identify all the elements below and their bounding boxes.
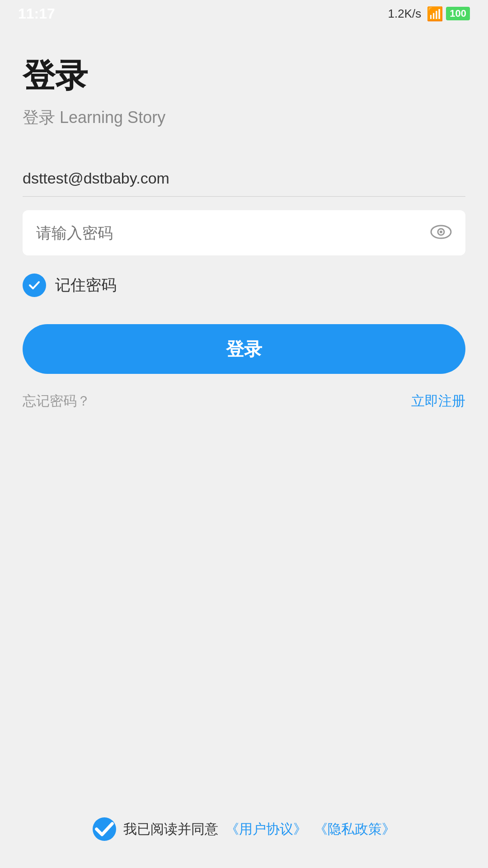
status-bar: 11:17 1.2K/s 📶 100 bbox=[0, 0, 488, 27]
main-content: 登录 登录 Learning Story 记住密码 登录 bbox=[0, 27, 488, 410]
password-toggle-button[interactable] bbox=[430, 224, 452, 242]
forgot-password-link[interactable]: 忘记密码？ bbox=[23, 392, 90, 410]
svg-point-2 bbox=[440, 231, 442, 233]
login-button-text: 登录 bbox=[226, 337, 262, 362]
status-right: 1.2K/s 📶 100 bbox=[388, 6, 470, 22]
email-field[interactable] bbox=[23, 165, 465, 192]
login-button[interactable]: 登录 bbox=[23, 324, 465, 374]
eye-icon bbox=[430, 224, 452, 242]
user-agreement-link[interactable]: 《用户协议》 bbox=[225, 820, 307, 839]
status-time: 11:17 bbox=[18, 5, 55, 22]
page-title: 登录 bbox=[23, 54, 465, 98]
signal-icons: 📶 100 bbox=[427, 6, 470, 22]
remember-password-row: 记住密码 bbox=[23, 274, 465, 297]
terms-prefix: 我已阅读并同意 bbox=[123, 820, 218, 839]
links-row: 忘记密码？ 立即注册 bbox=[23, 392, 465, 410]
password-field-container bbox=[23, 210, 465, 255]
wifi-icon: 📶 bbox=[427, 6, 443, 22]
remember-checkbox[interactable] bbox=[23, 274, 46, 297]
battery-icon: 100 bbox=[446, 7, 470, 20]
register-link[interactable]: 立即注册 bbox=[411, 392, 465, 410]
terms-checkbox[interactable] bbox=[93, 817, 116, 841]
bottom-terms: 我已阅读并同意 《用户协议》 《隐私政策》 bbox=[0, 817, 488, 841]
page-subtitle: 登录 Learning Story bbox=[23, 107, 465, 129]
password-field[interactable] bbox=[36, 210, 430, 255]
privacy-policy-link[interactable]: 《隐私政策》 bbox=[314, 820, 395, 839]
network-speed: 1.2K/s bbox=[388, 7, 422, 21]
email-field-container bbox=[23, 160, 465, 197]
remember-label: 记住密码 bbox=[55, 275, 117, 296]
